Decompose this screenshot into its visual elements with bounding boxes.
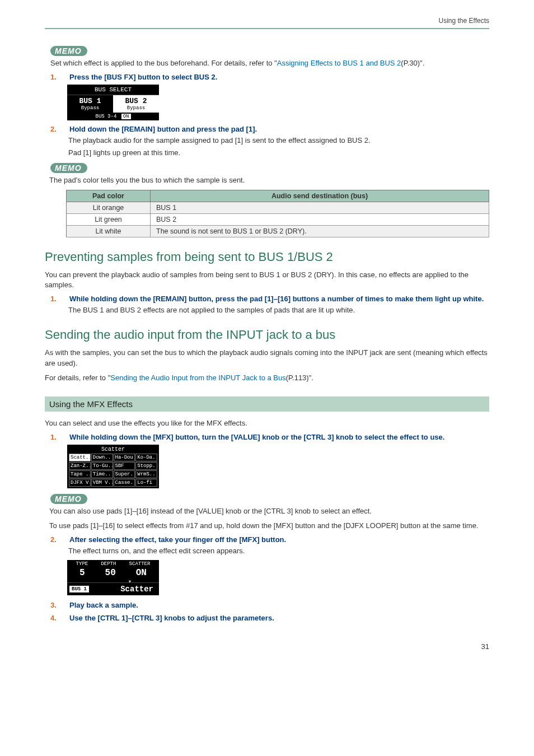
- scatter-cell: Ha-Dou: [114, 454, 135, 461]
- fxedit-h1: TYPE: [76, 561, 88, 567]
- memo1-text-pre: Set which effect is applied to the bus b…: [50, 59, 277, 67]
- step-1-text: Press the [BUS FX] button to select BUS …: [69, 73, 489, 81]
- memo1-link[interactable]: Assigning Effects to BUS 1 and BUS 2: [277, 59, 401, 67]
- bus-select-footer: BUS 3-4 ON: [67, 113, 159, 120]
- bus1-label: BUS 1: [67, 97, 113, 105]
- mfx-step-3-text: Play back a sample.: [69, 601, 489, 609]
- fx-edit-screenshot: TYPE DEPTH SCATTER 5 50 ON ▼ BUS 1 Scatt…: [67, 560, 159, 595]
- scatter-cell: Lo-fi: [135, 479, 157, 487]
- prevent-step-1-text: While holding down the [REMAIN] button, …: [69, 295, 489, 303]
- mfx-step-1-text: While holding down the [MFX] button, tur…: [69, 433, 489, 441]
- scatter-cell: Down..: [91, 454, 113, 461]
- mfx-step-2: 2. After selecting the effect, take your…: [45, 535, 489, 544]
- scatter-cell: Scatt..: [69, 454, 91, 461]
- prevent-step-1-number: 1.: [45, 295, 69, 303]
- memo1-paragraph: Set which effect is applied to the bus b…: [50, 58, 489, 68]
- pad-table-r2c1: The sound is not sent to BUS 1 or BUS 2 …: [151, 225, 489, 237]
- table-row: Lit green BUS 2: [67, 213, 489, 225]
- mfx-step-2-text: After selecting the effect, take your fi…: [69, 535, 489, 544]
- bus34-label: BUS 3-4: [95, 114, 116, 119]
- scatter-cell: Super..: [114, 470, 135, 478]
- scatter-cell: Stopp..: [135, 462, 157, 470]
- send-paragraph: As with the samples, you can set the bus…: [45, 348, 489, 368]
- memo-badge: MEMO: [50, 46, 87, 56]
- fxedit-h3: SCATTER: [129, 561, 151, 567]
- memo-badge-3: MEMO: [50, 494, 87, 504]
- memo3-line1: You can also use pads [1]–[16] instead o…: [49, 506, 489, 516]
- mfx-step-1: 1. While holding down the [MFX] button, …: [45, 433, 489, 441]
- step-2-text: Hold down the [REMAIN] button and press …: [69, 125, 489, 133]
- fxedit-v1: 5: [79, 568, 85, 578]
- scatter-title: Scatter: [69, 446, 157, 452]
- pad-color-table: Pad color Audio send destination (bus) L…: [66, 190, 489, 237]
- step-2-body2: Pad [1] lights up green at this time.: [68, 148, 489, 158]
- fxedit-name: Scatter: [89, 585, 157, 594]
- scatter-cell: To-Gu..: [91, 462, 113, 470]
- pad-table-r0c1: BUS 1: [151, 202, 489, 213]
- table-row: Lit orange BUS 1: [67, 202, 489, 213]
- mfx-step-3-number: 3.: [45, 601, 69, 609]
- send-ref-post: (P.113)".: [286, 374, 313, 382]
- fxedit-v3: ON: [136, 568, 147, 578]
- pad-table-h2: Audio send destination (bus): [151, 190, 489, 202]
- bus34-state: ON: [121, 114, 131, 119]
- pad-table-r1c0: Lit green: [67, 213, 151, 225]
- bus1-bypass: Bypass: [67, 105, 113, 111]
- pad-table-r1c1: BUS 2: [151, 213, 489, 225]
- scatter-cell: WrmS..: [135, 470, 157, 478]
- pad-table-h1: Pad color: [67, 190, 151, 202]
- memo1-text-post: (P.30)".: [401, 59, 424, 67]
- scatter-cell: Casse..: [114, 479, 135, 487]
- page-number: 31: [45, 642, 489, 651]
- pad-table-r2c0: Lit white: [67, 225, 151, 237]
- bus2-label: BUS 2: [113, 97, 159, 105]
- fxedit-v2: 50: [105, 568, 116, 578]
- fxedit-h2: DEPTH: [101, 561, 116, 567]
- pad-table-r0c0: Lit orange: [67, 202, 151, 213]
- scatter-cell: Ko-Da..: [135, 454, 157, 461]
- send-ref-pre: For details, refer to ": [45, 374, 110, 382]
- memo-badge-2: MEMO: [50, 163, 87, 173]
- memo2-text: The pad's color tells you the bus to whi…: [49, 175, 489, 185]
- heading-send: Sending the audio input from the INPUT j…: [45, 328, 489, 342]
- mfx-step-2-body: The effect turns on, and the effect edit…: [68, 546, 489, 556]
- step-2-number: 2.: [45, 125, 69, 133]
- bus-select-title: BUS SELECT: [67, 85, 159, 95]
- fxedit-bus: BUS 1: [69, 586, 89, 592]
- step-1-number: 1.: [45, 73, 69, 81]
- mfx-step-3: 3. Play back a sample.: [45, 601, 489, 609]
- bus-select-screenshot: BUS SELECT BUS 1 Bypass BUS 2 Bypass BUS…: [67, 85, 159, 120]
- prevent-step-1-body: The BUS 1 and BUS 2 effects are not appl…: [68, 305, 489, 315]
- step-1: 1. Press the [BUS FX] button to select B…: [45, 73, 489, 81]
- mfx-paragraph: You can select and use the effects you l…: [45, 418, 489, 428]
- send-ref-link[interactable]: Sending the Audio Input from the INPUT J…: [110, 374, 285, 382]
- table-row: Lit white The sound is not sent to BUS 1…: [67, 225, 489, 237]
- step-2: 2. Hold down the [REMAIN] button and pre…: [45, 125, 489, 133]
- heading-prevent: Preventing samples from being sent to BU…: [45, 250, 489, 264]
- scatter-cell: DJFX V..: [69, 479, 91, 487]
- page-header: Using the Effects: [45, 17, 489, 29]
- mfx-step-4: 4. Use the [CTRL 1]–[CTRL 3] knobs to ad…: [45, 614, 489, 622]
- prevent-paragraph: You can prevent the playback audio of sa…: [45, 270, 489, 290]
- mfx-step-2-number: 2.: [45, 535, 69, 544]
- mfx-step-4-text: Use the [CTRL 1]–[CTRL 3] knobs to adjus…: [69, 614, 489, 622]
- scatter-cell: Time..: [91, 470, 113, 478]
- send-ref: For details, refer to "Sending the Audio…: [45, 373, 489, 383]
- scatter-cell: SBF: [114, 462, 135, 470]
- scatter-cell: Zan-Z..: [69, 462, 91, 470]
- mfx-step-4-number: 4.: [45, 614, 69, 622]
- memo3-line2: To use pads [1]–[16] to select effects f…: [49, 521, 489, 531]
- scatter-screenshot: Scatter Scatt.. Down.. Ha-Dou Ko-Da.. Za…: [67, 445, 159, 488]
- scatter-cell: Tape ..: [69, 470, 91, 478]
- heading-mfx: Using the MFX Effects: [45, 396, 489, 412]
- prevent-step-1: 1. While holding down the [REMAIN] butto…: [45, 295, 489, 303]
- mfx-step-1-number: 1.: [45, 433, 69, 441]
- bus1-cell: BUS 1 Bypass: [67, 95, 113, 113]
- bus2-bypass: Bypass: [113, 105, 159, 111]
- scatter-cell: VBM V..: [91, 479, 113, 487]
- step-2-body1: The playback audio for the sample assign…: [68, 136, 489, 146]
- bus2-cell: BUS 2 Bypass: [113, 95, 159, 113]
